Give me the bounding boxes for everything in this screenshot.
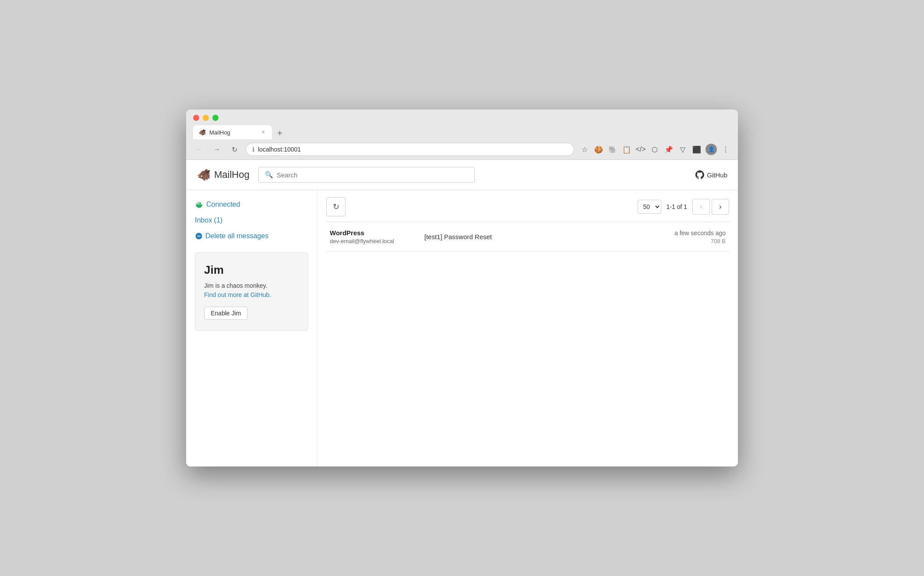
app-header: 🐗 MailHog 🔍 GitHub [186,160,738,190]
github-label: GitHub [707,171,727,179]
search-icon: 🔍 [265,171,273,179]
email-time: a few seconds ago [674,230,726,237]
delete-all-link[interactable]: Delete all messages [195,232,308,240]
minimize-traffic-light[interactable] [203,115,209,121]
url-text: localhost:10001 [258,146,301,153]
new-tab-button[interactable]: + [274,127,286,139]
delete-icon [195,232,203,240]
user-avatar[interactable]: 👤 [705,144,717,155]
star-icon[interactable]: ☆ [579,144,590,155]
prev-page-button[interactable]: ‹ [692,199,710,215]
tab-close-button[interactable]: × [260,129,267,136]
next-page-button[interactable]: › [712,199,729,215]
refresh-icon: ↻ [333,202,339,212]
traffic-lights [193,115,731,121]
extension-misc-icon[interactable]: ⬡ [649,144,660,155]
search-input[interactable] [277,171,468,179]
jim-description: Jim is a chaos monkey. [204,282,299,289]
email-from-column: WordPress dev-email@flywheel.local [330,229,417,244]
toolbar: ↻ 50 1-1 of 1 ‹ › [326,197,729,216]
pagination-buttons: ‹ › [692,199,729,215]
extension-notes-icon[interactable]: 📋 [621,144,632,155]
cast-icon[interactable]: ⬛ [691,144,702,155]
extension-dev-icon[interactable]: </> [635,144,646,155]
connected-label: Connected [206,201,240,208]
browser-chrome: 🐗 MailHog × + [186,110,738,139]
sidebar: Connected Inbox (1) Delete all messages … [186,190,317,466]
tab-title: MailHog [209,129,230,136]
pagination-info: 1-1 of 1 [667,203,687,210]
info-icon: ℹ [252,146,254,153]
jim-card: Jim Jim is a chaos monkey. Find out more… [195,252,308,331]
email-sender: WordPress [330,229,417,237]
email-from-address: dev-email@flywheel.local [330,238,417,244]
more-menu-icon[interactable]: ⋮ [720,144,731,155]
jim-title: Jim [204,263,299,277]
pin-icon[interactable]: 📌 [663,144,674,155]
extension-arrow-icon[interactable]: ▽ [677,144,688,155]
browser-actions: ☆ 🍪 🐘 📋 </> ⬡ 📌 ▽ ⬛ 👤 ⋮ [579,144,731,155]
email-subject: [test1] Password Reset [424,233,667,240]
app-body: Connected Inbox (1) Delete all messages … [186,190,738,466]
per-page-select[interactable]: 50 [638,200,661,214]
email-meta: a few seconds ago 708 B [674,230,726,244]
main-content: ↻ 50 1-1 of 1 ‹ › Word [317,190,738,466]
enable-jim-button[interactable]: Enable Jim [204,307,247,320]
refresh-emails-button[interactable]: ↻ [326,197,346,216]
app-container: 🐗 MailHog 🔍 GitHub [186,160,738,466]
logo-text: MailHog [214,169,250,180]
extension-cookie-icon[interactable]: 🍪 [593,144,604,155]
app-logo: 🐗 MailHog [197,168,250,182]
table-row[interactable]: WordPress dev-email@flywheel.local [test… [326,222,729,252]
forward-button[interactable]: → [211,143,223,155]
email-list: WordPress dev-email@flywheel.local [test… [326,222,729,252]
logo-icon: 🐗 [197,168,211,182]
extension-evernote-icon[interactable]: 🐘 [607,144,618,155]
refresh-button[interactable]: ↻ [228,143,240,155]
tab-favicon-icon: 🐗 [198,129,206,136]
github-icon [695,170,704,179]
jim-card-footer: Enable Jim [204,307,299,320]
email-size: 708 B [674,238,726,244]
address-field[interactable]: ℹ localhost:10001 [246,143,574,156]
jim-link-text: Find out more at GitHub [204,291,269,298]
search-box[interactable]: 🔍 [258,167,475,183]
close-traffic-light[interactable] [193,115,199,121]
power-icon [195,201,203,208]
connected-status: Connected [195,201,308,208]
github-link[interactable]: GitHub [695,170,727,179]
jim-github-link[interactable]: Find out more at GitHub. [204,291,271,298]
jim-link-suffix: . [269,291,271,298]
maximize-traffic-light[interactable] [212,115,219,121]
tab-bar: 🐗 MailHog × + [193,125,731,139]
delete-label: Delete all messages [205,232,268,240]
active-tab[interactable]: 🐗 MailHog × [193,125,272,139]
browser-window: 🐗 MailHog × + ← → ↻ ℹ localhost:10001 ☆ … [186,110,738,466]
back-button[interactable]: ← [193,143,205,155]
inbox-link[interactable]: Inbox (1) [195,216,308,224]
address-bar-row: ← → ↻ ℹ localhost:10001 ☆ 🍪 🐘 📋 </> ⬡ 📌 … [186,139,738,160]
